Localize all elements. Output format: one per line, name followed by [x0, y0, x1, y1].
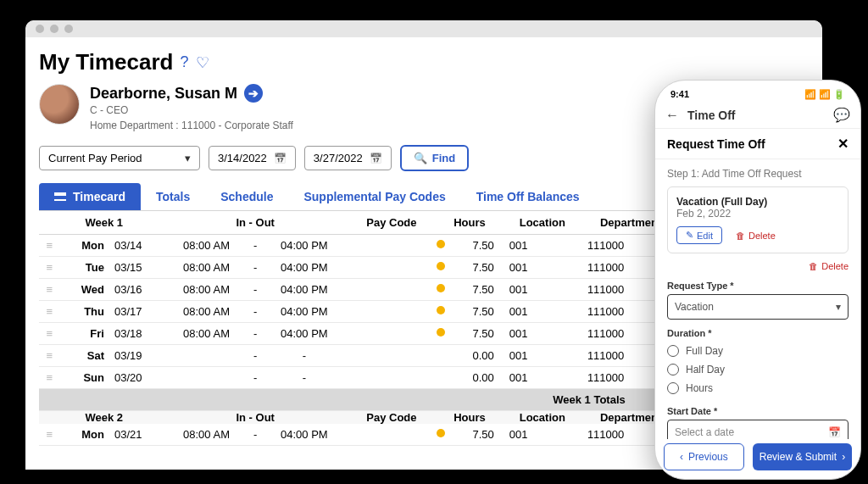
cell-hours: 7.50: [438, 323, 501, 345]
help-icon[interactable]: ?: [180, 53, 188, 71]
cell-out[interactable]: -: [264, 367, 345, 389]
pay-period-select[interactable]: Current Pay Period: [39, 146, 200, 170]
card-subtitle: Feb 2, 2022: [676, 208, 839, 220]
close-icon[interactable]: ✕: [837, 136, 849, 152]
step-label: Step 1: Add Time Off Request: [667, 168, 849, 180]
delete-all-button[interactable]: 🗑Delete: [809, 261, 849, 271]
cell-in[interactable]: 08:00 AM: [166, 235, 248, 257]
back-icon[interactable]: [665, 108, 679, 123]
tab-schedule[interactable]: Schedule: [205, 183, 288, 210]
drag-handle-icon[interactable]: ≡: [39, 235, 60, 257]
cell-in[interactable]: [166, 345, 248, 367]
drag-handle-icon[interactable]: ≡: [39, 345, 60, 367]
cell-in[interactable]: [166, 367, 248, 389]
pay-period-value: Current Pay Period: [48, 152, 142, 164]
cell-in[interactable]: 08:00 AM: [166, 301, 248, 323]
cell-date: 03/20: [108, 367, 166, 389]
chevron-down-icon: ▾: [836, 301, 841, 313]
radio-label: Half Day: [686, 364, 725, 376]
cell-paycode[interactable]: [345, 235, 438, 257]
previous-button[interactable]: ‹Previous: [664, 443, 744, 470]
cell-hours: 7.50: [438, 279, 501, 301]
request-type-select[interactable]: Vacation ▾: [667, 294, 849, 320]
tab-balances[interactable]: Time Off Balances: [461, 183, 595, 210]
avatar[interactable]: [39, 84, 80, 125]
cell-day: Thu: [60, 301, 108, 323]
tab-supplemental[interactable]: Supplemental Pay Codes: [288, 183, 460, 210]
cell-paycode[interactable]: [345, 424, 438, 446]
edit-label: Edit: [697, 231, 713, 241]
cell-dash: -: [247, 257, 264, 279]
cell-out[interactable]: -: [264, 345, 345, 367]
employee-next-icon[interactable]: ➔: [244, 84, 263, 103]
cell-paycode[interactable]: [345, 257, 438, 279]
chevron-right-icon: ›: [842, 451, 845, 463]
drag-handle-icon[interactable]: ≡: [39, 323, 60, 345]
tab-timecard[interactable]: Timecard: [39, 183, 141, 210]
drag-handle-icon[interactable]: ≡: [39, 424, 60, 446]
cell-paycode[interactable]: [345, 301, 438, 323]
drag-handle-icon[interactable]: ≡: [39, 367, 60, 389]
cell-in[interactable]: 08:00 AM: [166, 257, 248, 279]
review-submit-button[interactable]: Review & Submit›: [753, 443, 852, 470]
cell-date: 03/21: [108, 424, 166, 446]
edit-button[interactable]: ✎Edit: [676, 226, 722, 244]
cell-paycode[interactable]: [345, 345, 438, 367]
status-icons: 📶 📶 🔋: [804, 89, 845, 100]
calendar-icon: [274, 152, 287, 164]
tab-totals[interactable]: Totals: [141, 183, 205, 210]
cell-dash: -: [247, 323, 264, 345]
cell-out[interactable]: 04:00 PM: [264, 424, 345, 446]
radio-hours[interactable]: Hours: [667, 379, 849, 398]
find-button[interactable]: 🔍 Find: [400, 145, 469, 171]
start-date-input[interactable]: Select a date 📅: [667, 420, 849, 439]
drag-handle-icon[interactable]: ≡: [39, 279, 60, 301]
cell-dash: -: [247, 301, 264, 323]
drag-handle-icon[interactable]: ≡: [39, 257, 60, 279]
employee-role: C - CEO: [90, 103, 679, 118]
window-dot: [36, 25, 44, 33]
cell-out[interactable]: 04:00 PM: [264, 323, 345, 345]
cell-date: 03/15: [108, 257, 166, 279]
cell-day: Mon: [60, 424, 108, 446]
cell-paycode[interactable]: [345, 367, 438, 389]
cell-hours: 7.50: [438, 235, 501, 257]
cell-in[interactable]: 08:00 AM: [166, 279, 248, 301]
radio-half-day[interactable]: Half Day: [667, 360, 849, 379]
duration-label: Duration *: [667, 328, 849, 338]
cell-in[interactable]: 08:00 AM: [166, 323, 248, 345]
cell-location: 001: [501, 424, 584, 446]
sheet-title: Request Time Off: [667, 137, 765, 151]
cell-out[interactable]: 04:00 PM: [264, 257, 345, 279]
card-title: Vacation (Full Day): [676, 196, 839, 208]
cell-paycode[interactable]: [345, 279, 438, 301]
delete-button[interactable]: 🗑Delete: [736, 231, 776, 241]
cell-hours: 0.00: [438, 345, 501, 367]
drag-handle-icon[interactable]: ≡: [39, 301, 60, 323]
col-week: Week 1: [60, 211, 166, 235]
cell-out[interactable]: 04:00 PM: [264, 235, 345, 257]
radio-full-day[interactable]: Full Day: [667, 342, 849, 360]
cell-paycode[interactable]: [345, 323, 438, 345]
employee-home-dept: Home Department : 111000 - Corporate Sta…: [90, 118, 679, 133]
col-location: Location: [501, 211, 584, 235]
cell-out[interactable]: 04:00 PM: [264, 279, 345, 301]
heart-icon[interactable]: ♡: [196, 53, 209, 72]
cell-date: 03/14: [108, 235, 166, 257]
cell-in[interactable]: 08:00 AM: [166, 424, 248, 446]
previous-label: Previous: [688, 451, 728, 463]
col-inout: In - Out: [166, 211, 345, 235]
submit-label: Review & Submit: [760, 451, 837, 463]
end-date-input[interactable]: 3/27/2022: [304, 146, 392, 170]
start-date-input[interactable]: 3/14/2022: [209, 146, 296, 170]
chat-icon[interactable]: 💬: [833, 107, 850, 123]
delete-label: Delete: [821, 261, 849, 271]
trash-icon: 🗑: [809, 261, 818, 271]
cell-location: 001: [501, 279, 584, 301]
cell-day: Sat: [60, 345, 108, 367]
cell-out[interactable]: 04:00 PM: [264, 301, 345, 323]
cell-dash: -: [247, 235, 264, 257]
chevron-left-icon: ‹: [680, 451, 683, 463]
find-label: Find: [432, 152, 455, 164]
cell-location: 001: [501, 323, 584, 345]
